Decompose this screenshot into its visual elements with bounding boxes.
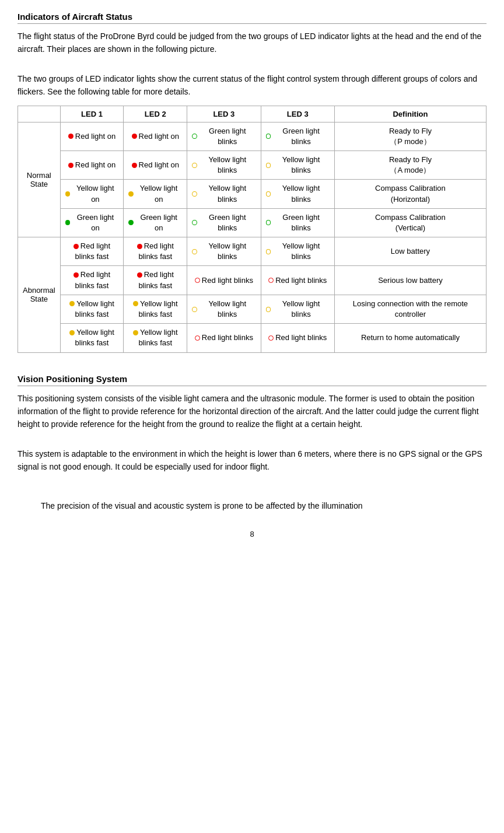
cell-led3b: Yellow light blinks	[261, 180, 334, 208]
cell-def: Compass Calibration(Horizontal)	[334, 180, 486, 208]
section2-title: Vision Positioning System	[18, 374, 127, 384]
table-row: Abnormal StateRed lightblinks fastRed li…	[18, 237, 487, 266]
cell-led3b: Yellow light blinks	[261, 150, 334, 179]
table-row: Red light onRed light onYellow light bli…	[18, 150, 487, 179]
col-led1: LED 1	[60, 106, 124, 122]
cell-led2: Red light on	[124, 122, 187, 150]
cell-led3b: Yellow light blinks	[261, 237, 334, 266]
led-status-table-wrap: LED 1 LED 2 LED 3 LED 3 Definition Norma…	[18, 106, 487, 353]
cell-led1: Red lightblinks fast	[60, 266, 124, 295]
cell-led3b: Green light blinks	[261, 208, 334, 237]
page-number: 8	[18, 530, 487, 538]
table-row: Normal StateRed light onRed light onGree…	[18, 122, 487, 150]
cell-led3a: Yellow light blinks	[187, 295, 261, 323]
col-state	[18, 106, 61, 122]
cell-led2: Yellow light on	[124, 180, 187, 208]
cell-def: Serious low battery	[334, 266, 486, 295]
cell-def: Low battery	[334, 237, 486, 266]
section2-para2: This system is adaptable to the environm…	[18, 447, 487, 474]
table-row: Red lightblinks fastRed lightblinks fast…	[18, 266, 487, 295]
cell-led3a: Green light blinks	[187, 122, 261, 150]
col-led3a: LED 3	[187, 106, 261, 122]
cell-def: Ready to Fly（P mode）	[334, 122, 486, 150]
section2-header: Vision Positioning System	[18, 374, 487, 386]
cell-def: Losing connection with the remote contro…	[334, 295, 486, 323]
table-header-row: LED 1 LED 2 LED 3 LED 3 Definition	[18, 106, 487, 122]
cell-led3a: Yellow light blinks	[187, 237, 261, 266]
cell-def: Compass Calibration(Vertical)	[334, 208, 486, 237]
section1-title: Indicators of Aircraft Status	[18, 12, 132, 22]
cell-led3a: Red light blinks	[187, 324, 261, 352]
cell-led2: Yellow lightblinks fast	[124, 324, 187, 352]
cell-led1: Yellow lightblinks fast	[60, 324, 124, 352]
cell-led2: Yellow lightblinks fast	[124, 295, 187, 323]
abnormal-state-label: Abnormal State	[18, 237, 61, 353]
cell-led1: Yellow lightblinks fast	[60, 295, 124, 323]
cell-led1: Red light on	[60, 122, 124, 150]
cell-led1: Green light on	[60, 208, 124, 237]
table-row: Yellow lightblinks fastYellow lightblink…	[18, 324, 487, 352]
cell-led3b: Red light blinks	[261, 266, 334, 295]
normal-state-label: Normal State	[18, 122, 61, 237]
col-def: Definition	[334, 106, 486, 122]
cell-led3a: Yellow light blinks	[187, 150, 261, 179]
cell-def: Return to home automatically	[334, 324, 486, 352]
section2-para3: The precision of the visual and acoustic…	[41, 499, 487, 512]
cell-led3b: Yellow light blinks	[261, 295, 334, 323]
cell-led3b: Green light blinks	[261, 122, 334, 150]
section2-para1: This positioning system consists of the …	[18, 392, 487, 431]
led-status-table: LED 1 LED 2 LED 3 LED 3 Definition Norma…	[18, 106, 487, 353]
cell-led3b: Red light blinks	[261, 324, 334, 352]
table-row: Green light onGreen light onGreen light …	[18, 208, 487, 237]
col-led3b: LED 3	[261, 106, 334, 122]
col-led2: LED 2	[124, 106, 187, 122]
cell-led1: Red light on	[60, 150, 124, 179]
section1-para2: The two groups of LED indicator lights s…	[18, 72, 487, 99]
cell-led2: Red lightblinks fast	[124, 237, 187, 266]
cell-led1: Yellow light on	[60, 180, 124, 208]
cell-led1: Red lightblinks fast	[60, 237, 124, 266]
cell-led3a: Yellow light blinks	[187, 180, 261, 208]
section1-para1: The flight status of the ProDrone Byrd c…	[18, 30, 487, 56]
cell-led3a: Green light blinks	[187, 208, 261, 237]
table-row: Yellow light onYellow light onYellow lig…	[18, 180, 487, 208]
cell-def: Ready to Fly（A mode）	[334, 150, 486, 179]
cell-led2: Red light on	[124, 150, 187, 179]
section1-header: Indicators of Aircraft Status	[18, 12, 487, 24]
cell-led2: Green light on	[124, 208, 187, 237]
cell-led2: Red lightblinks fast	[124, 266, 187, 295]
table-row: Yellow lightblinks fastYellow lightblink…	[18, 295, 487, 323]
cell-led3a: Red light blinks	[187, 266, 261, 295]
